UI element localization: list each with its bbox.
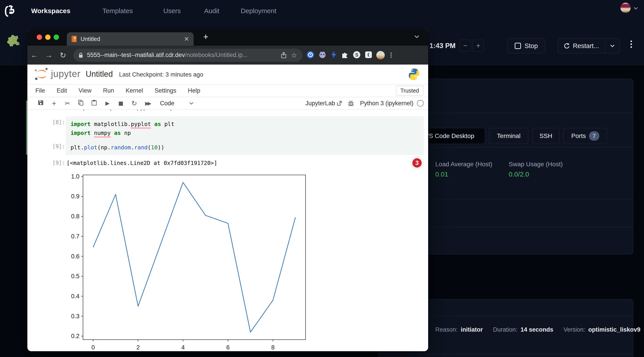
save-icon[interactable]: [34, 100, 48, 107]
zoom-in-button[interactable]: +: [473, 40, 484, 52]
tab-search-chevron-icon[interactable]: [414, 35, 420, 39]
copy-cell-icon[interactable]: [74, 100, 88, 107]
svg-text:0: 0: [92, 344, 95, 351]
terminal-button[interactable]: Terminal: [489, 128, 528, 144]
svg-text:4: 4: [181, 344, 185, 351]
ext-github-icon[interactable]: [318, 51, 326, 60]
cell9-prompt: [9]:: [41, 143, 65, 150]
stop-kernel-icon[interactable]: ■: [114, 100, 128, 106]
svg-text:S: S: [355, 52, 358, 58]
restart-icon: [564, 43, 570, 49]
bookmark-star-icon[interactable]: ☆: [291, 51, 297, 59]
share-icon[interactable]: [281, 52, 286, 58]
menu-help[interactable]: Help: [188, 87, 200, 94]
extensions-puzzle-icon[interactable]: [341, 51, 349, 60]
zoom-out-button[interactable]: −: [460, 40, 471, 52]
load-average-value: 0.01: [435, 170, 448, 178]
browser-menu-icon[interactable]: [389, 52, 393, 58]
nav-users[interactable]: Users: [163, 7, 181, 15]
nav-deployment[interactable]: Deployment: [241, 7, 276, 15]
ports-button[interactable]: Ports 7: [564, 128, 607, 144]
window-minimize-button[interactable]: [45, 34, 50, 40]
notification-count-badge[interactable]: 3: [411, 157, 423, 169]
menu-file[interactable]: File: [36, 87, 45, 94]
jupyterlab-link[interactable]: JupyterLab: [305, 100, 335, 107]
jupyter-notebook: jupyter Untitled Last Checkpoint: 3 minu…: [27, 64, 428, 351]
debugger-bug-icon[interactable]: [348, 100, 354, 106]
menu-view[interactable]: View: [78, 87, 92, 94]
user-menu-chevron-icon[interactable]: [633, 7, 638, 11]
user-avatar[interactable]: [620, 3, 631, 13]
version-value: optimistic_liskov9: [588, 326, 640, 333]
reason-value: initiator: [461, 326, 483, 333]
back-icon[interactable]: ←: [27, 51, 42, 60]
cut-cell-icon[interactable]: ✂: [61, 100, 74, 107]
reload-icon[interactable]: ↻: [56, 51, 70, 60]
reason-label: Reason:: [435, 326, 458, 333]
restart-button[interactable]: Restart...: [558, 38, 605, 54]
url-path: /notebooks/Untitled.ip...: [185, 52, 248, 58]
jupyter-header: jupyter Untitled Last Checkpoint: 3 minu…: [27, 64, 428, 84]
svg-text:0.5: 0.5: [71, 273, 80, 280]
cell9-input[interactable]: plt.plot(np.random.rand(10)): [66, 140, 424, 155]
coder-logo-icon[interactable]: [4, 5, 17, 19]
svg-text:0.7: 0.7: [71, 233, 80, 240]
svg-text:1.0: 1.0: [71, 173, 80, 180]
browser-window: Untitled ✕ + ← → ↻ 5555--main--test--mat…: [27, 29, 428, 351]
window-close-button[interactable]: [37, 34, 42, 40]
tab-close-icon[interactable]: ✕: [184, 36, 189, 43]
main-nav: Workspaces Templates Users Audit Deploym…: [31, 7, 276, 15]
trusted-button[interactable]: Trusted: [396, 86, 423, 96]
out9-prompt: [9]:: [41, 160, 65, 166]
url-domain: 5555--main--test--matifali.atif.cdr.dev: [87, 52, 185, 58]
tab-favicon-icon: [71, 36, 77, 42]
browser-tab-strip: Untitled ✕ +: [27, 29, 428, 46]
version-label: Version:: [564, 326, 585, 333]
cell-type-select[interactable]: Code: [160, 100, 174, 107]
jupyter-toolbar: + ✂ ▶ ■ ↻ ▶▶ Code JupyterLab: [27, 97, 428, 110]
restart-split-button: Restart...: [558, 38, 620, 54]
nav-templates[interactable]: Templates: [102, 7, 133, 15]
add-cell-icon[interactable]: +: [48, 99, 61, 108]
browser-profile-avatar[interactable]: [376, 51, 385, 60]
nav-audit[interactable]: Audit: [204, 7, 219, 15]
stop-button[interactable]: Stop: [507, 38, 545, 54]
extension-puzzle-icon[interactable]: [6, 32, 22, 47]
restart-run-all-icon[interactable]: ▶▶: [141, 100, 154, 106]
svg-text:0.3: 0.3: [71, 313, 80, 320]
jupyter-wordmark: jupyter: [51, 68, 80, 79]
cell-type-chevron-icon[interactable]: [189, 102, 194, 105]
ext-darkreader-icon[interactable]: [365, 51, 372, 60]
swap-usage-label: Swap Usage (Host): [509, 161, 563, 168]
window-maximize-button[interactable]: [54, 34, 59, 40]
lock-icon: [78, 52, 83, 58]
run-cell-icon[interactable]: ▶: [101, 100, 114, 106]
menu-kernel[interactable]: Kernel: [126, 87, 143, 94]
menu-edit[interactable]: Edit: [57, 87, 67, 94]
ssh-button[interactable]: SSH: [532, 128, 560, 144]
new-tab-button[interactable]: +: [203, 32, 208, 42]
svg-text:0.6: 0.6: [71, 253, 80, 260]
restart-kernel-icon[interactable]: ↻: [128, 100, 141, 107]
ext-stylus-icon[interactable]: S: [353, 51, 361, 60]
checkpoint-status: Last Checkpoint: 3 minutes ago: [119, 71, 203, 78]
menu-settings[interactable]: Settings: [155, 87, 176, 94]
workspace-more-menu[interactable]: [628, 39, 634, 49]
menu-run[interactable]: Run: [103, 87, 114, 94]
kernel-name[interactable]: Python 3 (ipykernel): [360, 100, 414, 107]
paste-cell-icon[interactable]: [88, 100, 101, 107]
forward-icon[interactable]: →: [42, 51, 56, 60]
ext-bolt-icon[interactable]: [330, 51, 337, 60]
address-bar[interactable]: 5555--main--test--matifali.atif.cdr.dev/…: [73, 49, 302, 62]
svg-text:0.4: 0.4: [71, 293, 80, 300]
duration-label: Duration:: [493, 326, 518, 333]
external-link-icon[interactable]: [337, 101, 342, 106]
stop-icon: [515, 43, 521, 49]
ext-1password-icon[interactable]: [306, 51, 314, 60]
build-meta-row: Reason: initiator Duration: 14 seconds V…: [435, 326, 640, 333]
cell8-input[interactable]: import matplotlib.pyplot as plt import n…: [66, 116, 424, 142]
browser-tab[interactable]: Untitled ✕: [67, 32, 194, 46]
nav-workspaces[interactable]: Workspaces: [31, 7, 70, 15]
restart-options-chevron[interactable]: [605, 38, 620, 54]
notebook-title[interactable]: Untitled: [86, 70, 113, 79]
